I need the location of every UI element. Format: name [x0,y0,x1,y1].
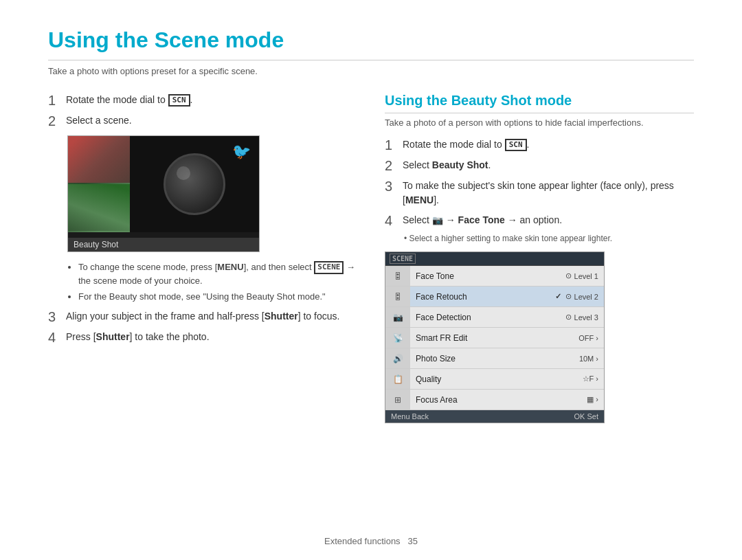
menu-row-face-detection: 📷 Face Detection ⊙ Level 3 [385,307,604,328]
focus-area-label-cell: Focus Area [410,395,587,405]
scene-keyword: SCENE [314,261,344,273]
right-step1-number: 1 [385,137,397,153]
section-subtitle: Take a photo of a person with options to… [385,117,694,128]
shutter-keyword-3: Shutter [265,311,298,322]
right-step3-content: To make the subject's skin tone appear l… [403,179,694,208]
focus-area-icon: ⊞ [385,390,410,410]
page-main-subtitle: Take a photo with options preset for a s… [48,66,694,76]
photo-size-value: 10M › [579,355,604,363]
scene-image: 🐦 Beauty Shot [67,135,260,252]
face-tone-icon-glyph: 🎛 [394,271,402,281]
right-step1-content: Rotate the mode dial to SCN. [403,137,694,152]
menu-row-quality: 📋 Quality ☆F › [385,369,604,390]
right-step3: 3 To make the subject's skin tone appear… [385,179,694,208]
scn-badge-1: SCN [168,94,190,107]
right-step1: 1 Rotate the mode dial to SCN. [385,137,694,153]
menu-footer: Menu Back OK Set [385,410,604,423]
menu-keyword-right: MENU [405,194,434,205]
bullet-item-1: To change the scene mode, press [MENU], … [78,260,357,287]
left-step4: 4 Press [Shutter] to take the photo. [48,330,357,345]
level2-text: Level 2 [574,293,598,301]
menu-keyword-1: MENU [217,262,243,272]
face-detection-value: ⊙ Level 3 [565,313,604,322]
level3-icon: ⊙ [565,313,572,322]
bullet-item-2: For the Beauty shot mode, see "Using the… [78,290,357,304]
smart-fr-label-cell: Smart FR Edit [410,333,578,343]
focus-area-icon-glyph: ⊞ [394,395,401,405]
menu-row-focus-area: ⊞ Focus Area ▦ › [385,390,604,410]
menu-row-smart-fr: 📡 Smart FR Edit OFF › [385,328,604,348]
camera-icon-step4: 📷 [432,215,443,225]
right-step2-number: 2 [385,158,397,173]
quality-icon: 📋 [385,369,410,389]
face-detection-icon-glyph: 📷 [393,313,403,322]
level2-icon: ⊙ [565,292,572,301]
page-footer: Extended functions 35 [0,536,742,546]
menu-row-photo-size: 🔊 Photo Size 10M › [385,348,604,369]
step1-text: Rotate the mode dial to [66,94,166,105]
right-step4-number: 4 [385,213,397,228]
menu-footer-right: OK Set [574,412,598,421]
menu-header: SCENE [385,252,604,266]
level1-icon: ⊙ [565,271,572,280]
right-step2: 2 Select Beauty Shot. [385,158,694,173]
right-step1-text: Rotate the mode dial to [403,139,502,150]
level1-text: Level 1 [574,272,598,280]
scene-collage: 🐦 [68,136,259,232]
left-step2: 2 Select a scene. [48,113,357,128]
footer-label: Extended functions [324,536,401,546]
photo-size-icon: 🔊 [385,348,410,368]
bird-icon: 🐦 [232,143,251,161]
step3-number: 3 [48,309,60,324]
right-step2-text: Select [403,159,429,170]
menu-footer-left: Menu Back [391,412,429,421]
step1-content: Rotate the mode dial to SCN. [66,93,357,107]
right-step4: 4 Select 📷 → Face Tone → an option. [385,213,694,228]
smart-fr-value: OFF › [578,334,604,342]
face-tone-label-cell: Face Tone [410,271,565,281]
step4-number: 4 [48,330,60,345]
collage-top [68,136,130,183]
bullet-list: To change the scene mode, press [MENU], … [67,260,357,304]
left-step3: 3 Align your subject in the frame and ha… [48,309,357,324]
scene-label: Beauty Shot [68,238,259,251]
face-retouch-value: ✓ ⊙ Level 2 [555,292,604,301]
menu-screenshot: SCENE 🎛 Face Tone ⊙ Level 1 [385,251,605,423]
face-tone-value: ⊙ Level 1 [565,271,604,280]
face-retouch-icon: 🎛 [385,287,410,306]
collage-right: 🐦 [130,136,259,232]
page-main-title: Using the Scene mode [48,27,694,60]
step2-content: Select a scene. [66,113,357,128]
face-retouch-label-cell: Face Retouch [410,292,555,302]
bullet1-text-b: ], and then select [244,262,315,272]
scene-badge: SCENE [390,254,416,264]
face-detection-icon: 📷 [385,307,410,327]
photo-size-icon-glyph: 🔊 [393,354,403,363]
left-step1: 1 Rotate the mode dial to SCN. [48,93,357,108]
step4-bullet: Select a higher setting to make skin ton… [404,234,694,243]
beauty-shot-label: Beauty Shot [432,159,488,170]
right-step2-content: Select Beauty Shot. [403,158,694,172]
face-tone-icon: 🎛 [385,266,410,286]
collage-left [68,136,130,232]
shutter-keyword-4: Shutter [96,331,130,342]
step2-number: 2 [48,113,60,128]
quality-label-cell: Quality [410,374,583,384]
left-column: 1 Rotate the mode dial to SCN. 2 Select … [48,93,357,423]
smart-fr-icon-glyph: 📡 [393,333,403,343]
menu-row-face-retouch: 🎛 Face Retouch ✓ ⊙ Level 2 [385,287,604,307]
scn-badge-right: SCN [505,139,527,151]
footer-page-number: 35 [407,536,417,546]
step1-number: 1 [48,93,60,108]
level3-text: Level 3 [574,313,598,322]
photo-size-label-cell: Photo Size [410,354,579,363]
face-retouch-icon-glyph: 🎛 [394,292,402,302]
menu-row-face-tone: 🎛 Face Tone ⊙ Level 1 [385,266,604,287]
quality-value: ☆F › [583,374,604,383]
checkmark-icon: ✓ [555,292,561,301]
right-column: Using the Beauty Shot mode Take a photo … [385,93,694,423]
face-detection-label-cell: Face Detection [410,313,565,322]
focus-area-value: ▦ › [587,395,604,404]
step3-content: Align your subject in the frame and half… [66,309,357,324]
right-step4-content: Select 📷 → Face Tone → an option. [403,213,694,227]
